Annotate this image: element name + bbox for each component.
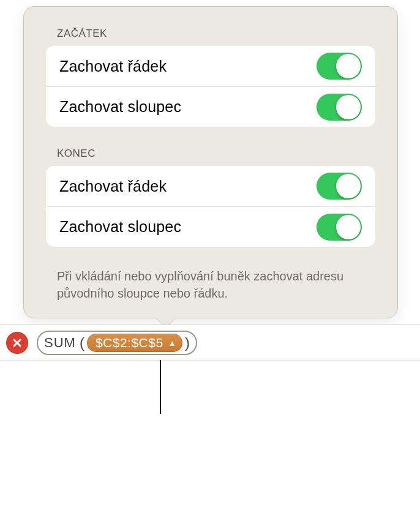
- toggle-start-keep-row[interactable]: [317, 53, 362, 80]
- function-name: SUM: [44, 335, 76, 351]
- row-start-keep-col: Zachovat sloupec: [46, 86, 375, 127]
- row-end-keep-col: Zachovat sloupec: [46, 206, 375, 247]
- open-paren: (: [80, 334, 84, 351]
- toggle-knob: [336, 95, 361, 119]
- chevron-up-icon: ▲: [168, 339, 176, 347]
- row-label: Zachovat řádek: [59, 178, 167, 195]
- footer-note: Při vkládání nebo vyplňování buněk zacho…: [46, 268, 375, 302]
- row-end-keep-row: Zachovat řádek: [46, 166, 375, 206]
- formula-pill[interactable]: SUM ( $C$2:$C$5 ▲ ): [37, 331, 197, 355]
- reference-text: $C$2:$C$5: [96, 336, 163, 350]
- preserve-reference-popover: ZAČÁTEK Zachovat řádek Zachovat sloupec …: [23, 6, 398, 318]
- row-label: Zachovat sloupec: [59, 218, 181, 236]
- row-label: Zachovat sloupec: [59, 98, 181, 116]
- reference-pill[interactable]: $C$2:$C$5 ▲: [87, 334, 182, 352]
- row-start-keep-row: Zachovat řádek: [46, 46, 375, 86]
- toggle-start-keep-col[interactable]: [317, 94, 362, 121]
- group-end: Zachovat řádek Zachovat sloupec: [46, 166, 375, 247]
- close-paren: ): [185, 334, 190, 351]
- row-label: Zachovat řádek: [59, 58, 167, 75]
- toggle-knob: [336, 54, 361, 78]
- cancel-button[interactable]: [6, 332, 28, 354]
- callout-line: [160, 360, 161, 414]
- formula-bar: SUM ( $C$2:$C$5 ▲ ): [0, 324, 420, 361]
- toggle-knob: [336, 174, 361, 198]
- toggle-knob: [336, 215, 361, 239]
- section-header-end: KONEC: [46, 148, 375, 160]
- toggle-end-keep-col[interactable]: [317, 214, 362, 241]
- close-icon: [12, 338, 22, 348]
- section-header-start: ZAČÁTEK: [46, 28, 375, 40]
- toggle-end-keep-row[interactable]: [317, 173, 362, 200]
- group-start: Zachovat řádek Zachovat sloupec: [46, 46, 375, 127]
